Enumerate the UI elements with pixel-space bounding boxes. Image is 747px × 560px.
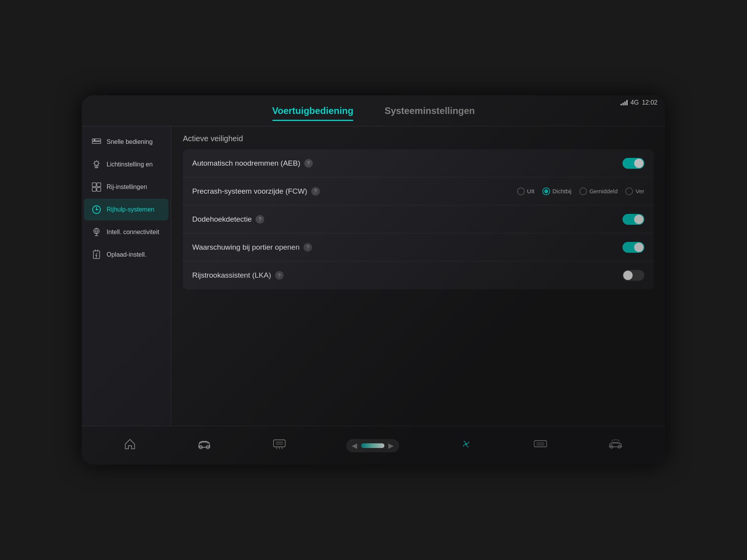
nav-fan[interactable] <box>459 438 473 453</box>
sidebar-item-rijhulp-systemen[interactable]: Rijhulp-systemen <box>84 199 168 220</box>
svg-rect-8 <box>92 187 96 191</box>
svg-point-19 <box>465 443 467 445</box>
svg-rect-9 <box>97 187 101 191</box>
dodehoek-label: Dodehoekdetectie ? <box>192 215 622 224</box>
network-label: 4G <box>631 99 639 106</box>
tab-bar: Voertuigbediening Systeeminstellingen <box>82 95 665 126</box>
rijhulp-systemen-label: Rijhulp-systemen <box>107 206 154 213</box>
svg-rect-7 <box>97 183 101 187</box>
aeb-label: Automatisch noodremmen (AEB) ? <box>192 159 622 168</box>
setting-row-fcw: Precrash-systeem voorzijde (FCW) ? UIt D… <box>183 177 654 205</box>
tab-voertuigbediening[interactable]: Voertuigbediening <box>272 102 354 120</box>
setting-row-dodehoek: Dodehoekdetectie ? <box>183 205 654 233</box>
aeb-help-icon[interactable]: ? <box>304 159 313 168</box>
signal-icon <box>621 100 628 105</box>
portier-toggle[interactable] <box>622 242 644 253</box>
screen: 4G 12:02 Voertuigbediening Systeeminstel… <box>82 95 665 465</box>
lka-help-icon[interactable]: ? <box>275 271 284 280</box>
fcw-radio-dichtbij[interactable]: Dichtbij <box>542 187 572 195</box>
sidebar-item-intell-connectiviteit[interactable]: Intell. connectiviteit <box>84 221 168 243</box>
nav-car-overview[interactable] <box>608 439 623 452</box>
svg-point-11 <box>96 209 97 210</box>
front-heat-icon <box>273 438 286 453</box>
fcw-label-ver: Ver <box>635 188 644 194</box>
nav-rear-heat[interactable] <box>533 438 547 453</box>
svg-rect-1 <box>92 142 101 144</box>
home-icon <box>124 438 136 453</box>
oplaad-instell-label: Oplaad-instell. <box>107 251 146 258</box>
nav-front-heat[interactable] <box>273 438 286 453</box>
fcw-help-icon[interactable]: ? <box>311 187 320 196</box>
fcw-label-dichtbij: Dichtbij <box>552 188 572 194</box>
content-area: Snelle bediening Lichtinstelling en <box>82 126 665 426</box>
lka-toggle[interactable] <box>622 270 644 281</box>
fcw-label: Precrash-systeem voorzijde (FCW) ? <box>192 187 517 196</box>
temp-control: ◀ ▶ <box>346 439 399 452</box>
bottom-nav: ◀ ▶ <box>82 426 665 465</box>
section-title: Actieve veiligheid <box>183 134 654 143</box>
car-icon <box>196 439 212 452</box>
dodehoek-toggle[interactable] <box>622 214 644 225</box>
portier-label: Waarschuwing bij portier openen ? <box>192 243 622 252</box>
svg-rect-0 <box>92 139 101 141</box>
setting-row-portier: Waarschuwing bij portier openen ? <box>183 233 654 261</box>
portier-help-icon[interactable]: ? <box>303 243 312 252</box>
temp-increase-button[interactable]: ▶ <box>388 441 394 450</box>
svg-rect-5 <box>95 167 98 168</box>
tab-systeeminstellingen[interactable]: Systeeminstellingen <box>384 102 475 120</box>
settings-container: Automatisch noodremmen (AEB) ? Precrash-… <box>183 149 654 289</box>
connectivity-icon <box>91 227 102 238</box>
rij-instellingen-label: Rij-instellingen <box>107 183 147 191</box>
intell-connectiviteit-label: Intell. connectiviteit <box>107 228 159 236</box>
setting-row-lka: Rijstrookassistent (LKA) ? <box>183 261 654 289</box>
fcw-circle-uit <box>517 187 525 195</box>
fcw-circle-gemiddeld <box>579 187 587 195</box>
fcw-label-uit: UIt <box>527 188 535 194</box>
sidebar-item-snelle-bediening[interactable]: Snelle bediening <box>84 131 168 153</box>
quick-control-icon <box>91 136 102 147</box>
temp-decrease-button[interactable]: ◀ <box>352 441 357 450</box>
fcw-radio-gemiddeld[interactable]: Gemiddeld <box>579 187 618 195</box>
temp-indicator <box>361 443 384 448</box>
snelle-bediening-label: Snelle bediening <box>107 138 153 145</box>
rijhulp-icon <box>91 204 102 215</box>
sidebar-item-rij-instellingen[interactable]: Rij-instellingen <box>84 176 168 198</box>
nav-home[interactable] <box>124 438 136 453</box>
svg-rect-2 <box>94 139 95 140</box>
fcw-radio-ver[interactable]: Ver <box>625 187 644 195</box>
fcw-circle-dichtbij <box>542 187 550 195</box>
sidebar-item-oplaad-instell[interactable]: Oplaad-instell. <box>84 244 168 266</box>
rij-instellingen-icon <box>91 182 102 192</box>
dodehoek-help-icon[interactable]: ? <box>256 215 264 224</box>
fan-icon <box>459 438 473 453</box>
nav-car[interactable] <box>196 439 212 452</box>
time-label: 12:02 <box>642 99 658 106</box>
setting-row-aeb: Automatisch noodremmen (AEB) ? <box>183 149 654 177</box>
sidebar: Snelle bediening Lichtinstelling en <box>82 126 171 426</box>
status-bar: 4G 12:02 <box>621 99 658 106</box>
car-overview-icon <box>608 439 623 452</box>
fcw-circle-ver <box>625 187 633 195</box>
sidebar-item-lichtinstellingen[interactable]: Lichtinstelling en <box>84 154 168 175</box>
lichtinstellingen-label: Lichtinstelling en <box>107 161 153 168</box>
fcw-label-gemiddeld: Gemiddeld <box>589 188 618 194</box>
rear-heat-icon <box>533 438 547 453</box>
fcw-radio-group: UIt Dichtbij Gemiddeld Ver <box>517 187 644 195</box>
lka-label: Rijstrookassistent (LKA) ? <box>192 271 622 280</box>
oplaad-icon <box>91 249 102 260</box>
svg-rect-6 <box>92 183 96 187</box>
main-panel: Actieve veiligheid Automatisch noodremme… <box>171 126 665 426</box>
svg-rect-20 <box>534 441 547 447</box>
light-icon <box>91 159 102 170</box>
fcw-radio-uit[interactable]: UIt <box>517 187 535 195</box>
aeb-toggle[interactable] <box>622 158 644 169</box>
svg-rect-16 <box>274 440 285 447</box>
